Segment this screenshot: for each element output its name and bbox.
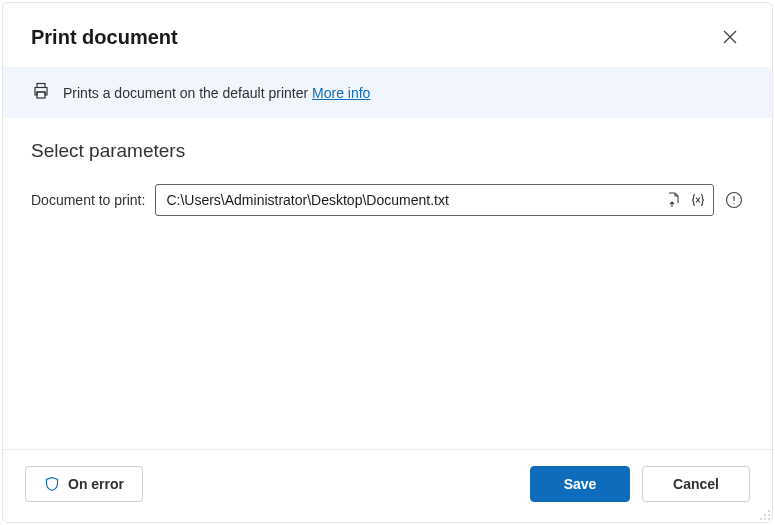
info-banner: Prints a document on the default printer… bbox=[3, 67, 772, 118]
dialog-footer: On error Save Cancel bbox=[3, 449, 772, 522]
dialog-header: Print document bbox=[3, 3, 772, 67]
shield-icon bbox=[44, 476, 60, 492]
svg-point-8 bbox=[733, 203, 734, 204]
variable-picker-icon[interactable] bbox=[689, 191, 707, 209]
svg-point-11 bbox=[768, 514, 770, 516]
svg-point-10 bbox=[764, 514, 766, 516]
banner-text: Prints a document on the default printer… bbox=[63, 85, 370, 101]
document-input-wrap bbox=[155, 184, 714, 216]
svg-point-9 bbox=[768, 510, 770, 512]
on-error-button[interactable]: On error bbox=[25, 466, 143, 502]
svg-point-12 bbox=[760, 518, 762, 520]
footer-actions: Save Cancel bbox=[530, 466, 750, 502]
resize-grip-icon[interactable] bbox=[759, 509, 771, 521]
file-picker-icon[interactable] bbox=[665, 191, 683, 209]
close-button[interactable] bbox=[714, 21, 746, 53]
dialog-title: Print document bbox=[31, 26, 178, 49]
cancel-label: Cancel bbox=[673, 476, 719, 492]
banner-description: Prints a document on the default printer bbox=[63, 85, 312, 101]
save-button[interactable]: Save bbox=[530, 466, 630, 502]
printer-icon bbox=[31, 81, 51, 104]
dialog-content: Select parameters Document to print: bbox=[3, 118, 772, 449]
svg-point-14 bbox=[768, 518, 770, 520]
cancel-button[interactable]: Cancel bbox=[642, 466, 750, 502]
close-icon bbox=[723, 30, 737, 44]
svg-point-13 bbox=[764, 518, 766, 520]
document-path-input[interactable] bbox=[166, 192, 659, 208]
section-title: Select parameters bbox=[31, 140, 744, 162]
document-to-print-row: Document to print: bbox=[31, 184, 744, 216]
svg-rect-3 bbox=[37, 92, 45, 98]
document-label: Document to print: bbox=[31, 192, 145, 208]
print-document-dialog: Print document Prints a document on the … bbox=[2, 2, 773, 523]
more-info-link[interactable]: More info bbox=[312, 85, 370, 101]
on-error-label: On error bbox=[68, 476, 124, 492]
help-icon[interactable] bbox=[724, 190, 744, 210]
save-label: Save bbox=[564, 476, 597, 492]
